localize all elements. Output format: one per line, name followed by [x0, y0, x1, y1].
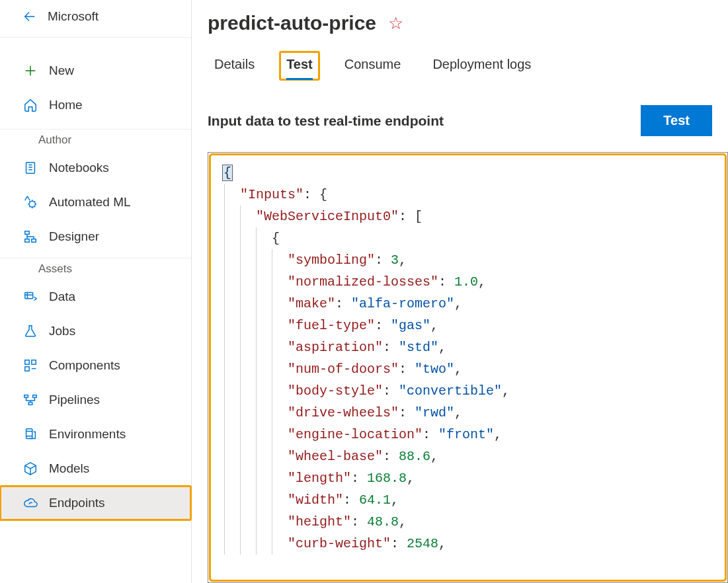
sidebar-item-models[interactable]: Models [0, 451, 191, 486]
sidebar-item-pipelines[interactable]: Pipelines [0, 383, 191, 417]
favorite-star-icon[interactable]: ☆ [388, 15, 403, 32]
sidebar-item-notebooks[interactable]: Notebooks [0, 151, 191, 185]
back-arrow-icon [22, 9, 37, 24]
tab-consume[interactable]: Consume [338, 52, 408, 80]
main-content: predict-auto-price ☆ Details Test Consum… [192, 0, 728, 583]
svg-rect-3 [25, 239, 29, 243]
tab-test[interactable]: Test [280, 52, 319, 80]
svg-rect-11 [28, 403, 32, 405]
svg-rect-8 [25, 367, 29, 371]
sidebar-item-label: Jobs [49, 324, 75, 338]
sidebar: Microsoft New Home Author Notebooks Auto… [0, 0, 192, 583]
svg-rect-7 [32, 360, 36, 364]
sidebar-item-endpoints[interactable]: Endpoints [0, 486, 191, 520]
sidebar-item-label: Components [49, 358, 120, 373]
pipelines-icon [22, 392, 38, 408]
svg-rect-4 [32, 239, 36, 243]
test-button[interactable]: Test [641, 105, 712, 136]
test-subtitle: Input data to test real-time endpoint [208, 113, 444, 129]
svg-rect-12 [26, 429, 32, 439]
sidebar-item-label: Environments [49, 427, 126, 442]
sidebar-item-label: Designer [49, 229, 99, 244]
components-icon [22, 358, 38, 373]
section-assets: Assets [0, 258, 191, 280]
automl-icon [22, 194, 38, 210]
json-editor[interactable]: { "Inputs": { "WebServiceInput0": [ { "s… [208, 152, 728, 583]
sidebar-item-data[interactable]: Data [0, 280, 191, 314]
sidebar-item-label: Automated ML [49, 195, 131, 210]
plus-icon [22, 63, 38, 79]
sidebar-item-label: Pipelines [49, 393, 100, 407]
svg-rect-10 [33, 395, 36, 398]
sidebar-item-components[interactable]: Components [0, 348, 191, 383]
sidebar-item-label: Endpoints [49, 496, 105, 510]
sidebar-item-jobs[interactable]: Jobs [0, 314, 191, 348]
json-code[interactable]: { "Inputs": { "WebServiceInput0": [ { "s… [223, 162, 713, 555]
environments-icon [22, 426, 38, 442]
cube-icon [22, 461, 38, 477]
cloud-icon [22, 495, 38, 511]
sidebar-item-home[interactable]: Home [0, 88, 191, 122]
back-to-microsoft[interactable]: Microsoft [0, 0, 191, 38]
data-icon [22, 289, 38, 305]
svg-rect-0 [26, 163, 35, 174]
tabs: Details Test Consume Deployment logs [192, 42, 728, 80]
svg-rect-5 [25, 293, 33, 299]
sidebar-item-label: Models [49, 461, 89, 476]
sidebar-item-label: New [49, 63, 74, 78]
back-label: Microsoft [48, 9, 99, 24]
flask-icon [22, 323, 38, 339]
sidebar-item-label: Notebooks [49, 161, 109, 175]
svg-rect-9 [24, 395, 28, 398]
sidebar-item-environments[interactable]: Environments [0, 417, 191, 451]
json-editor-highlight: { "Inputs": { "WebServiceInput0": [ { "s… [211, 155, 725, 580]
sidebar-item-label: Data [49, 290, 75, 304]
section-author: Author [0, 130, 191, 151]
sidebar-item-new[interactable]: New [0, 54, 191, 88]
notebook-icon [22, 160, 38, 176]
sidebar-item-designer[interactable]: Designer [0, 219, 191, 258]
sidebar-item-label: Home [49, 98, 83, 112]
tab-details[interactable]: Details [208, 52, 261, 80]
svg-rect-2 [25, 231, 29, 235]
page-title: predict-auto-price [208, 12, 376, 34]
designer-icon [22, 229, 38, 245]
sidebar-item-automated-ml[interactable]: Automated ML [0, 185, 191, 219]
home-icon [22, 97, 38, 113]
svg-rect-6 [25, 360, 29, 364]
tab-deployment-logs[interactable]: Deployment logs [426, 52, 538, 80]
